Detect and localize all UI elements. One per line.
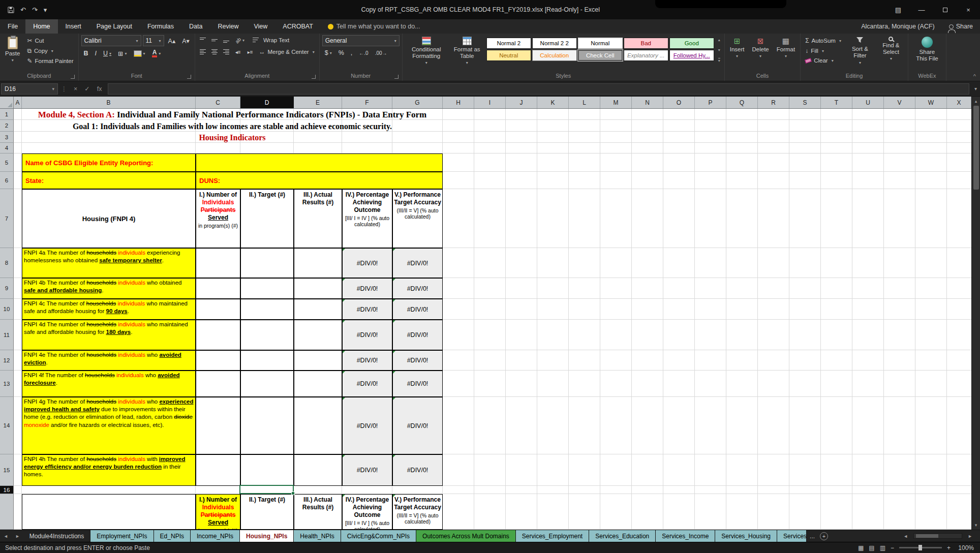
underline-button[interactable]: U — [101, 49, 114, 58]
fnpi-4e-target-cell[interactable] — [240, 350, 294, 371]
window-minimize-button[interactable]: — — [910, 0, 933, 19]
sheet-tab-prev-icon[interactable]: ◄ — [0, 530, 12, 542]
conditional-formatting-button[interactable]: Conditional Formatting — [405, 35, 448, 67]
continued-header-accuracy[interactable]: V.) Performance Target Accuracy(III/II =… — [392, 494, 443, 530]
fnpi-4d-served-cell[interactable] — [196, 320, 240, 350]
hscroll-left-icon[interactable]: ◄ — [900, 534, 911, 539]
header-number-served[interactable]: I.) Number of Individuals Participants S… — [196, 189, 240, 248]
vertical-scrollbar[interactable]: ▴ ▾ — [971, 97, 980, 530]
fnpi-4d-description[interactable]: FNPI 4d The number of households individ… — [22, 320, 196, 350]
row-header-6[interactable]: 6 — [0, 172, 14, 189]
header-actual-results[interactable]: III.) Actual Results (#) — [294, 189, 342, 248]
row-header-5[interactable]: 5 — [0, 153, 14, 172]
tab-insert[interactable]: Insert — [58, 19, 89, 34]
row-header-16[interactable]: 16 — [0, 486, 14, 494]
fnpi-4a-accuracy-cell[interactable]: #DIV/0! — [392, 248, 443, 278]
fnpi-4a-description[interactable]: FNPI 4a The number of households individ… — [22, 248, 196, 278]
fnpi-4h-actual-cell[interactable] — [294, 454, 342, 486]
column-header-k[interactable]: K — [537, 97, 569, 108]
sheet-tab-overflow[interactable]: ... — [807, 530, 818, 542]
sheet-title-line-3[interactable]: Housing Indicators — [22, 132, 443, 143]
ribbon-display-options-icon[interactable]: ▤ — [886, 0, 910, 19]
row-header-11[interactable]: 11 — [0, 320, 14, 350]
format-cells-button[interactable]: ▦ Format — [774, 35, 798, 60]
tab-page-layout[interactable]: Page Layout — [89, 19, 140, 34]
fnpi-4d-target-cell[interactable] — [240, 320, 294, 350]
row-header-17[interactable] — [0, 494, 14, 530]
column-header-n[interactable]: N — [632, 97, 663, 108]
fnpi-4f-actual-cell[interactable] — [294, 371, 342, 397]
insert-function-icon[interactable]: fx — [94, 85, 106, 93]
fnpi-4e-served-cell[interactable] — [196, 350, 240, 371]
header-target[interactable]: II.) Target (#) — [240, 189, 294, 248]
number-format-select[interactable]: General — [322, 35, 400, 46]
row-header-3[interactable]: 3 — [0, 132, 14, 143]
fnpi-4c-percentage-cell[interactable]: #DIV/0! — [342, 299, 392, 320]
increase-decimal-icon[interactable]: ←.0 — [356, 49, 371, 57]
fnpi-4h-served-cell[interactable] — [196, 454, 240, 486]
fnpi-4b-target-cell[interactable] — [240, 278, 294, 299]
sheet-tab-services-employment[interactable]: Services_Employment — [516, 530, 589, 542]
row-header-1[interactable]: 1 — [0, 109, 14, 120]
continued-header-percentage[interactable]: IV.) Percentage Achieving Outcome[III/ I… — [342, 494, 392, 530]
font-family-select[interactable]: Calibri — [81, 35, 141, 46]
fnpi-4g-served-cell[interactable] — [196, 397, 240, 454]
style-good[interactable]: Good — [669, 38, 714, 49]
column-header-d[interactable]: D — [240, 97, 294, 108]
zoom-in-button[interactable]: + — [947, 544, 951, 551]
row-header-10[interactable]: 10 — [0, 299, 14, 320]
clear-button[interactable]: Clear — [803, 56, 843, 65]
scroll-up-icon[interactable]: ▴ — [975, 97, 977, 106]
fnpi-4c-target-cell[interactable] — [240, 299, 294, 320]
fnpi-4b-accuracy-cell[interactable]: #DIV/0! — [392, 278, 443, 299]
tell-me-box[interactable]: Tell me what you want to do... — [321, 19, 427, 34]
vertical-scroll-thumb[interactable] — [973, 106, 979, 190]
sort-filter-button[interactable]: Sort & Filter — [846, 35, 874, 67]
row-header-8[interactable]: 8 — [0, 248, 14, 278]
orientation-icon[interactable]: ab — [233, 37, 247, 44]
cut-button[interactable]: ✂Cut — [25, 36, 75, 45]
sheet-grid[interactable]: 1 2 3 4 5 6 7 8 9 10 11 12 13 14 15 16 M… — [0, 109, 971, 530]
row-header-15[interactable]: 15 — [0, 454, 14, 486]
column-header-w[interactable]: W — [915, 97, 947, 108]
column-header-b[interactable]: B — [22, 97, 196, 108]
decrease-decimal-icon[interactable]: .00→ — [373, 49, 390, 57]
sheet-tab-outcomes-across-mult-domains[interactable]: Outcomes Across Mult Domains — [416, 530, 516, 542]
style-check-cell[interactable]: Check Cell — [578, 50, 623, 61]
formula-input[interactable] — [108, 83, 969, 95]
tab-data[interactable]: Data — [181, 19, 210, 34]
fnpi-4a-percentage-cell[interactable]: #DIV/0! — [342, 248, 392, 278]
window-restore-button[interactable] — [933, 0, 957, 19]
sheet-tab-ed-npis[interactable]: Ed_NPIs — [154, 530, 191, 542]
sheet-tab-employment-npis[interactable]: Employment_NPIs — [90, 530, 154, 542]
sheet-tab-housing-npis[interactable]: Housing_NPIs — [240, 530, 294, 542]
font-color-button[interactable]: A — [149, 48, 164, 58]
align-right-icon[interactable] — [221, 48, 231, 56]
fnpi-4f-description[interactable]: FNPI 4f The number of households individ… — [22, 371, 196, 397]
continued-header-target[interactable]: II.) Target (#) — [240, 494, 294, 530]
column-header-h[interactable]: H — [443, 97, 474, 108]
column-header-e[interactable]: E — [294, 97, 342, 108]
duns-label-cell[interactable]: DUNS: — [196, 172, 443, 189]
sheet-tab-module4instructions[interactable]: Module4Instructions — [23, 530, 90, 542]
column-header-t[interactable]: T — [821, 97, 852, 108]
bold-button[interactable]: B — [81, 49, 91, 58]
column-header-r[interactable]: R — [758, 97, 789, 108]
fnpi-4b-description[interactable]: FNPI 4b The number of households individ… — [22, 278, 196, 299]
comma-format-icon[interactable]: , — [348, 48, 355, 57]
fnpi-4c-actual-cell[interactable] — [294, 299, 342, 320]
column-header-s[interactable]: S — [789, 97, 821, 108]
fnpi-4e-accuracy-cell[interactable]: #DIV/0! — [392, 350, 443, 371]
redo-icon[interactable]: ↷ — [29, 5, 40, 15]
fnpi-4g-target-cell[interactable] — [240, 397, 294, 454]
align-middle-icon[interactable] — [209, 36, 220, 44]
fnpi-4f-target-cell[interactable] — [240, 371, 294, 397]
fnpi-4h-percentage-cell[interactable]: #DIV/0! — [342, 454, 392, 486]
style-normal-2-2[interactable]: Normal 2 2 — [532, 38, 577, 49]
find-select-button[interactable]: Find & Select — [877, 35, 905, 63]
format-painter-button[interactable]: ✎Format Painter — [25, 56, 75, 66]
autosum-button[interactable]: ΣAutoSum — [803, 36, 843, 45]
fnpi-4g-actual-cell[interactable] — [294, 397, 342, 454]
increase-indent-icon[interactable]: ▸≡ — [245, 48, 256, 56]
row-header-12[interactable]: 12 — [0, 350, 14, 371]
